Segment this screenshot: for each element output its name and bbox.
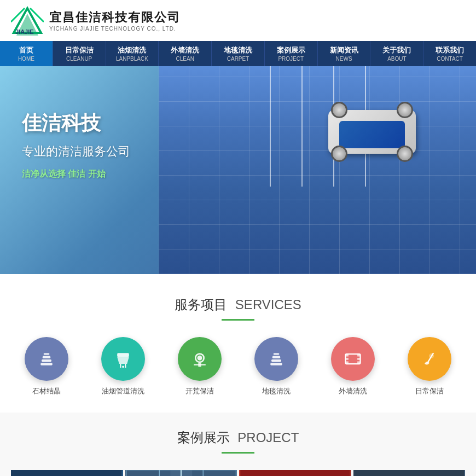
- service-icon-2: [178, 337, 222, 381]
- service-label-1: 油烟管道清洗: [102, 386, 144, 396]
- nav-en-2: LANPBLACK: [108, 56, 156, 62]
- cases-title: 案例展示 PROJECT: [11, 429, 465, 446]
- svg-rect-41: [240, 470, 350, 476]
- svg-rect-7: [43, 356, 50, 359]
- service-icon-4: [331, 337, 375, 381]
- hero-text-block: 佳洁科技 专业的清洁服务公司 洁净从选择 佳洁 开始: [22, 110, 130, 180]
- hero-desc-brand: 佳洁: [68, 169, 85, 178]
- service-label-3: 地毯清洗: [262, 386, 291, 396]
- cases-title-en: PROJECT: [237, 430, 299, 445]
- case-item-1[interactable]: [11, 470, 123, 476]
- service-icon-5: [408, 337, 451, 381]
- hero-building-bg: [159, 66, 476, 274]
- nav-en-7: ABOUT: [373, 56, 421, 62]
- svg-rect-23: [346, 354, 349, 357]
- cleaning-machine: [312, 88, 432, 187]
- svg-rect-25: [346, 362, 349, 364]
- svg-rect-20: [272, 356, 280, 359]
- svg-rect-5: [40, 363, 53, 365]
- logo-company-sub: YICHANG JIAJIE TECHNOLOGY CO., LTD.: [49, 26, 181, 32]
- hero-desc-suffix: 开始: [85, 169, 105, 178]
- case-item-2[interactable]: [125, 470, 237, 476]
- cases-grid: [11, 470, 465, 476]
- svg-rect-31: [12, 470, 121, 476]
- nav-cn-5: 案例展示: [267, 45, 315, 55]
- nav-cn-0: 首页: [2, 45, 50, 55]
- cases-divider: [222, 452, 254, 454]
- nav-en-8: CONTACT: [426, 56, 474, 62]
- service-label-4: 外墙清洗: [339, 386, 367, 396]
- service-item-1[interactable]: 油烟管道清洗: [93, 337, 153, 396]
- svg-rect-61: [355, 470, 464, 476]
- service-item-5[interactable]: 日常保洁: [399, 337, 460, 396]
- logo-icon: JIAJIE: [11, 5, 44, 36]
- services-title: 服务项目 SERVICES: [11, 296, 465, 314]
- svg-rect-28: [357, 362, 360, 364]
- svg-rect-21: [274, 353, 280, 355]
- services-divider: [222, 319, 254, 321]
- hero-desc: 洁净从选择 佳洁 开始: [22, 169, 130, 180]
- svg-rect-6: [42, 359, 51, 362]
- logo-area: JIAJIE 宜昌佳洁科技有限公司 YICHANG JIAJIE TECHNOL…: [11, 5, 181, 36]
- svg-rect-27: [357, 358, 360, 360]
- nav-item-project[interactable]: 案例展示PROJECT: [265, 41, 318, 66]
- svg-rect-9: [117, 353, 129, 357]
- svg-point-30: [429, 353, 434, 358]
- nav-en-3: CLEAN: [161, 56, 209, 62]
- services-title-en: SERVICES: [235, 297, 301, 312]
- nav-cn-3: 外墙清洗: [161, 45, 209, 55]
- service-icon-1: [101, 337, 145, 381]
- service-item-3[interactable]: 地毯清洗: [246, 337, 306, 396]
- nav-cn-6: 新闻资讯: [320, 45, 368, 55]
- case-item-3[interactable]: [239, 470, 351, 476]
- cases-title-cn: 案例展示: [177, 430, 230, 445]
- nav-item-contact[interactable]: 联系我们CONTACT: [423, 41, 476, 66]
- cases-section: 案例展示 PROJECT: [0, 413, 476, 476]
- nav-en-1: CLEANUP: [55, 56, 103, 62]
- nav-item-cleanup[interactable]: 日常保洁CLEANUP: [53, 41, 106, 66]
- hero-title: 佳洁科技: [22, 110, 130, 137]
- nav-item-lanpblack[interactable]: 油烟清洗LANPBLACK: [106, 41, 159, 66]
- svg-rect-8: [44, 353, 50, 355]
- service-icon-3: [254, 337, 298, 381]
- hero-desc-prefix: 洁净从选择: [22, 169, 68, 178]
- nav-en-6: NEWS: [320, 56, 368, 62]
- hero-subtitle: 专业的清洁服务公司: [22, 143, 130, 160]
- services-section: 服务项目 SERVICES 石材结晶 油烟管道清洗 开荒保洁 地毯清洗: [0, 274, 476, 413]
- nav-item-about[interactable]: 关于我们ABOUT: [370, 41, 423, 66]
- nav-cn-4: 地毯清洗: [214, 45, 262, 55]
- nav-item-news[interactable]: 新闻资讯NEWS: [318, 41, 371, 66]
- service-label-5: 日常保洁: [415, 386, 444, 396]
- case-item-4[interactable]: [353, 470, 466, 476]
- nav-cn-8: 联系我们: [426, 45, 474, 55]
- svg-rect-26: [357, 354, 360, 357]
- services-title-cn: 服务项目: [175, 297, 227, 312]
- nav-cn-2: 油烟清洗: [108, 45, 156, 55]
- site-header: JIAJIE 宜昌佳洁科技有限公司 YICHANG JIAJIE TECHNOL…: [0, 0, 476, 41]
- svg-rect-18: [270, 363, 282, 365]
- hero-banner: 佳洁科技 专业的清洁服务公司 洁净从选择 佳洁 开始: [0, 66, 476, 274]
- nav-item-clean[interactable]: 外墙清洗CLEAN: [159, 41, 212, 66]
- svg-rect-19: [271, 359, 281, 362]
- nav-item-carpet[interactable]: 地毯清洗CARPET: [212, 41, 265, 66]
- svg-text:JIAJIE: JIAJIE: [15, 28, 34, 35]
- services-grid: 石材结晶 油烟管道清洗 开荒保洁 地毯清洗 外墙清洗 日常保: [11, 337, 465, 396]
- nav-cn-7: 关于我们: [373, 45, 421, 55]
- service-icon-0: [25, 337, 68, 381]
- nav-en-5: PROJECT: [267, 56, 315, 62]
- logo-text: 宜昌佳洁科技有限公司 YICHANG JIAJIE TECHNOLOGY CO.…: [49, 9, 181, 32]
- svg-marker-10: [117, 357, 129, 364]
- nav-cn-1: 日常保洁: [55, 45, 103, 55]
- service-label-0: 石材结晶: [32, 386, 61, 396]
- logo-company-name: 宜昌佳洁科技有限公司: [49, 9, 181, 26]
- nav-en-0: HOME: [2, 56, 50, 62]
- nav-item-home[interactable]: 首页HOME: [0, 41, 53, 66]
- service-item-2[interactable]: 开荒保洁: [170, 337, 230, 396]
- nav-en-4: CARPET: [214, 56, 262, 62]
- service-item-0[interactable]: 石材结晶: [16, 337, 77, 396]
- service-label-2: 开荒保洁: [185, 386, 214, 396]
- main-nav: 首页HOME日常保洁CLEANUP油烟清洗LANPBLACK外墙清洗CLEAN地…: [0, 41, 476, 66]
- service-item-4[interactable]: 外墙清洗: [323, 337, 383, 396]
- svg-point-13: [122, 366, 124, 368]
- svg-rect-24: [346, 358, 349, 360]
